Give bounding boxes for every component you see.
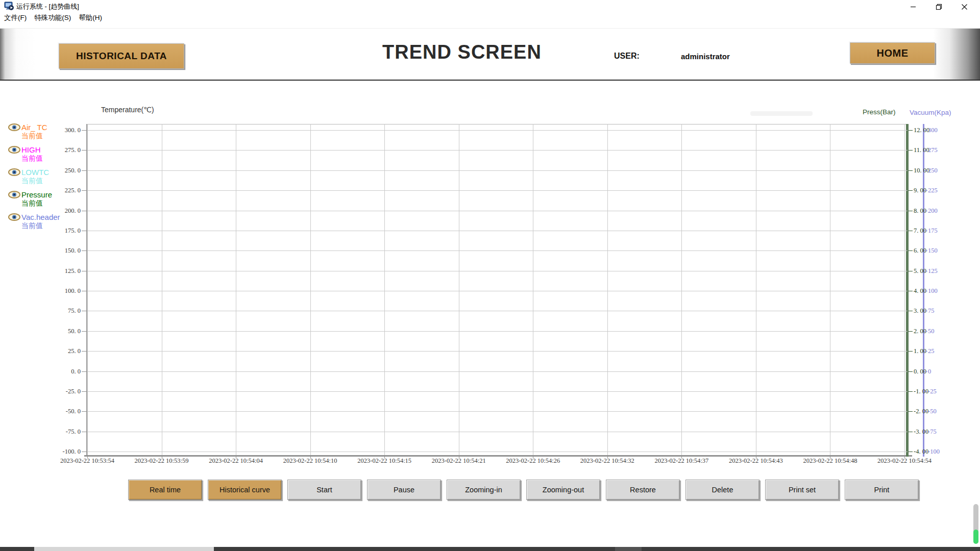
press-tick-mark bbox=[909, 231, 913, 231]
time-tick-label: 2023-02-22 10:53:54 bbox=[60, 458, 114, 464]
toolbar-button-pause[interactable]: Pause bbox=[367, 480, 441, 500]
vacuum-tick-mark bbox=[924, 291, 927, 291]
temperature-tick-label: -100. 0 bbox=[49, 448, 81, 455]
v-gridline bbox=[533, 124, 533, 455]
v-gridline bbox=[162, 124, 162, 455]
vacuum-tick-mark bbox=[924, 190, 927, 191]
plot-bottom-border bbox=[84, 455, 912, 457]
v-gridline bbox=[756, 124, 756, 455]
temperature-tick-label: 150. 0 bbox=[49, 247, 81, 254]
time-tick-label: 2023-02-22 10:54:10 bbox=[283, 458, 337, 464]
h-gridline bbox=[87, 130, 908, 131]
v-gridline bbox=[384, 124, 385, 455]
h-gridline bbox=[87, 271, 908, 271]
vacuum-tick-mark bbox=[924, 432, 927, 432]
taskbar-app-segment[interactable] bbox=[34, 547, 214, 551]
vacuum-tick-mark bbox=[924, 150, 927, 151]
toolbar-button-restore[interactable]: Restore bbox=[606, 480, 680, 500]
v-gridline bbox=[87, 124, 88, 455]
vacuum-tick-label: 75 bbox=[928, 308, 935, 314]
vacuum-tick-label: 50 bbox=[928, 328, 935, 335]
vacuum-tick-label: 250 bbox=[928, 167, 938, 174]
h-gridline bbox=[87, 311, 908, 311]
vacuum-tick-mark bbox=[924, 170, 927, 171]
toolbar-button-zooming-out[interactable]: Zooming-out bbox=[526, 480, 600, 500]
vacuum-tick-mark bbox=[924, 351, 927, 352]
press-tick-mark bbox=[909, 351, 913, 352]
vacuum-tick-label: -50 bbox=[928, 408, 937, 415]
time-tick-label: 2023-02-22 10:54:26 bbox=[506, 458, 560, 464]
toolbar-button-zooming-in[interactable]: Zooming-in bbox=[447, 480, 521, 500]
h-gridline bbox=[87, 391, 908, 392]
temperature-tick-mark bbox=[82, 432, 87, 432]
temperature-tick-mark bbox=[82, 331, 87, 332]
press-tick-mark bbox=[909, 391, 913, 392]
time-tick-label: 2023-02-22 10:53:59 bbox=[135, 458, 189, 464]
h-gridline bbox=[87, 432, 908, 432]
press-tick-mark bbox=[909, 130, 913, 131]
vacuum-tick-label: 275 bbox=[928, 147, 938, 154]
vacuum-tick-label: 300 bbox=[928, 127, 938, 134]
h-gridline bbox=[87, 251, 908, 251]
temperature-tick-mark bbox=[82, 311, 87, 311]
toolbar-button-print[interactable]: Print bbox=[845, 480, 919, 500]
toolbar-button-delete[interactable]: Delete bbox=[685, 480, 760, 500]
press-axis-line bbox=[906, 124, 909, 457]
temperature-tick-label: 125. 0 bbox=[49, 267, 81, 274]
toolbar-button-start[interactable]: Start bbox=[287, 480, 361, 500]
scrollbar-thumb[interactable] bbox=[973, 530, 978, 544]
scrollbar-track[interactable] bbox=[973, 504, 978, 544]
press-tick-mark bbox=[909, 291, 913, 291]
press-tick-mark bbox=[909, 411, 913, 412]
vacuum-tick-mark bbox=[924, 311, 927, 311]
press-tick-mark bbox=[909, 432, 913, 432]
press-tick-mark bbox=[909, 271, 913, 271]
temperature-tick-label: 0. 0 bbox=[49, 368, 81, 374]
toolbar-button-print-set[interactable]: Print set bbox=[765, 480, 839, 500]
temperature-tick-label: 250. 0 bbox=[49, 167, 81, 174]
vacuum-tick-mark bbox=[924, 331, 927, 332]
h-gridline bbox=[87, 150, 908, 151]
vacuum-tick-label: 225 bbox=[928, 187, 938, 194]
temperature-tick-mark bbox=[82, 291, 87, 291]
v-gridline bbox=[459, 124, 459, 455]
taskbar-segment[interactable] bbox=[615, 547, 642, 551]
temperature-tick-mark bbox=[82, 170, 87, 171]
vacuum-tick-mark bbox=[924, 271, 927, 271]
v-gridline bbox=[607, 124, 608, 455]
vacuum-tick-mark bbox=[924, 130, 927, 131]
plot-top-border bbox=[87, 124, 908, 124]
v-gridline bbox=[904, 124, 905, 455]
temperature-tick-mark bbox=[82, 211, 87, 211]
press-tick-mark bbox=[909, 211, 913, 211]
vacuum-tick-mark bbox=[924, 391, 927, 392]
taskbar[interactable] bbox=[0, 547, 980, 551]
toolbar-button-historical-curve[interactable]: Historical curve bbox=[208, 480, 282, 500]
press-tick-mark bbox=[909, 371, 913, 372]
h-gridline bbox=[87, 371, 908, 372]
press-tick-mark bbox=[909, 170, 913, 171]
vacuum-tick-mark bbox=[924, 251, 927, 251]
v-gridline bbox=[830, 124, 830, 455]
temperature-tick-label: 50. 0 bbox=[49, 328, 81, 335]
press-tick-mark bbox=[909, 251, 913, 251]
press-tick-mark bbox=[909, 452, 913, 452]
vacuum-tick-label: 175 bbox=[928, 228, 938, 234]
press-tick-mark bbox=[909, 150, 913, 151]
temperature-tick-label: 25. 0 bbox=[49, 348, 81, 355]
vacuum-tick-mark bbox=[924, 371, 927, 372]
temperature-tick-label: 75. 0 bbox=[49, 308, 81, 314]
temperature-tick-mark bbox=[82, 452, 87, 452]
toolbar-button-real-time[interactable]: Real time bbox=[128, 480, 202, 500]
temperature-tick-label: -25. 0 bbox=[49, 388, 81, 395]
vacuum-tick-mark bbox=[924, 231, 927, 231]
vacuum-tick-label: -25 bbox=[928, 388, 937, 395]
trend-chart: Temperature(℃) Press(Bar) Vacuum(Kpa) 30… bbox=[0, 0, 980, 551]
vacuum-tick-label: 150 bbox=[928, 247, 938, 254]
h-gridline bbox=[87, 411, 908, 412]
vacuum-tick-label: 0 bbox=[928, 368, 931, 374]
temperature-tick-label: 175. 0 bbox=[49, 228, 81, 234]
vacuum-tick-label: 125 bbox=[928, 267, 938, 274]
vacuum-tick-mark bbox=[924, 411, 927, 412]
chart-scroll-hint bbox=[750, 111, 813, 116]
